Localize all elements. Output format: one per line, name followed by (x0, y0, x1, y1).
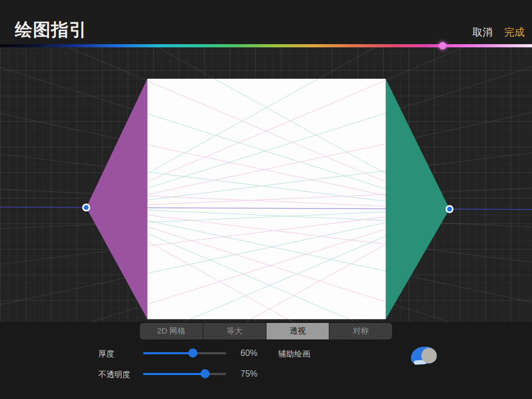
right-vanishing-point-handle[interactable] (446, 205, 454, 213)
thickness-slider[interactable] (143, 348, 226, 358)
opacity-label: 不透明度 (98, 370, 130, 380)
assisted-drawing-toggle[interactable] (409, 345, 439, 366)
cancel-button[interactable]: 取消 (472, 26, 493, 39)
guide-mode-tabs: 2D 网格 等大 透视 对称 (140, 323, 392, 339)
assisted-drawing-label: 辅助绘画 (278, 349, 310, 359)
right-vanishing-cone (386, 79, 450, 319)
hue-slider-handle[interactable] (439, 42, 446, 49)
left-vanishing-point-handle[interactable] (82, 204, 90, 212)
thickness-slider-fill (143, 352, 193, 354)
opacity-slider-thumb[interactable] (201, 369, 210, 378)
topbar-actions: 取消 完成 (472, 26, 525, 39)
page-title: 绘图指引 (15, 18, 87, 42)
drawing-guide-screen: 绘图指引 取消 完成 2D 网格 等大 透视 对称 厚度 60% 辅助绘画 不透… (0, 0, 532, 399)
left-vanishing-cone (86, 79, 147, 319)
opacity-value: 75% (240, 369, 257, 379)
opacity-slider-fill (143, 373, 205, 375)
opacity-slider[interactable] (143, 369, 226, 378)
tab-symmetry[interactable]: 对称 (329, 323, 392, 339)
thickness-slider-thumb[interactable] (188, 348, 197, 358)
tab-perspective[interactable]: 透视 (267, 323, 330, 339)
tab-isometric[interactable]: 等大 (203, 323, 267, 339)
thickness-label: 厚度 (98, 349, 114, 359)
toggle-knob[interactable] (421, 348, 437, 363)
done-button[interactable]: 完成 (504, 26, 525, 39)
tab-2d-grid[interactable]: 2D 网格 (140, 323, 203, 339)
hue-gradient-slider[interactable] (0, 44, 532, 47)
artwork-canvas (147, 79, 386, 319)
bottom-panel: 2D 网格 等大 透视 对称 厚度 60% 辅助绘画 不透明度 75% (0, 322, 532, 399)
title-bar: 绘图指引 取消 完成 (0, 0, 532, 44)
thickness-value: 60% (240, 348, 257, 358)
